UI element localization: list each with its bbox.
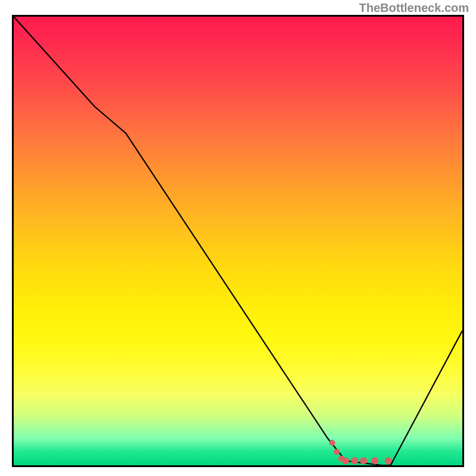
main-curve xyxy=(14,17,462,465)
markers-group xyxy=(329,440,392,464)
marker-dot xyxy=(342,458,349,465)
marker-dot xyxy=(385,458,392,465)
marker-dot xyxy=(371,458,378,465)
marker-dot xyxy=(351,458,358,465)
chart-container: TheBottleneck.com xyxy=(0,0,476,476)
chart-area xyxy=(12,15,464,467)
chart-svg xyxy=(14,17,462,465)
marker-dot xyxy=(360,458,367,465)
watermark-text: TheBottleneck.com xyxy=(359,1,469,15)
marker-dot xyxy=(329,440,335,446)
marker-dot xyxy=(334,449,340,455)
